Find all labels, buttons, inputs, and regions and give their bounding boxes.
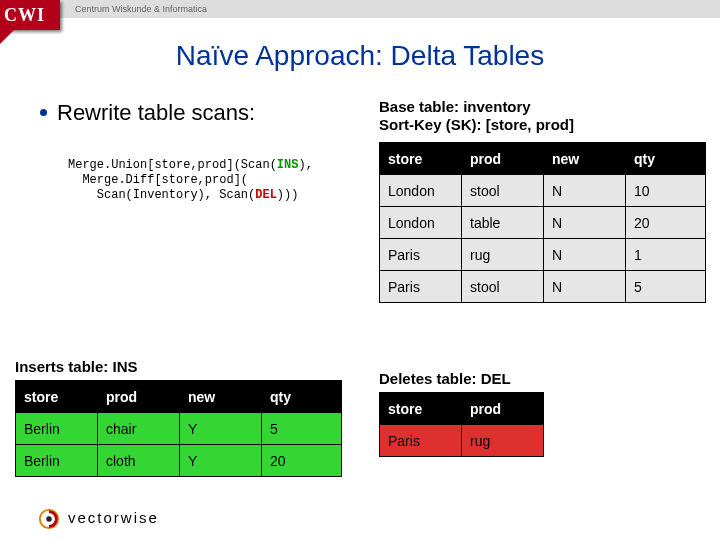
- code-l2: Merge.Diff[store,prod](: [68, 173, 248, 187]
- col-qty: qty: [626, 143, 706, 175]
- slide-title: Naïve Approach: Delta Tables: [0, 40, 720, 72]
- table-header-row: store prod new qty: [380, 143, 706, 175]
- table-row: Berlin cloth Y 20: [16, 445, 342, 477]
- footer-brand: vectorwise: [38, 508, 159, 530]
- inserts-table: store prod new qty Berlin chair Y 5 Berl…: [15, 380, 342, 477]
- cwi-logo: CWI: [0, 0, 60, 30]
- code-l3c: ))): [277, 188, 299, 202]
- table-row: Paris stool N 5: [380, 271, 706, 303]
- caption-base-l2: Sort-Key (SK): [store, prod]: [379, 116, 574, 133]
- col-qty: qty: [262, 381, 342, 413]
- code-block: Merge.Union[store,prod](Scan(INS), Merge…: [68, 158, 313, 203]
- table-row: Paris rug: [380, 425, 544, 457]
- bullet-text: Rewrite table scans:: [57, 100, 255, 125]
- col-prod: prod: [98, 381, 180, 413]
- base-table: store prod new qty London stool N 10 Lon…: [379, 142, 706, 303]
- svg-point-1: [46, 516, 52, 522]
- caption-base-l1: Base table: inventory: [379, 98, 531, 115]
- bullet-rewrite-scans: Rewrite table scans:: [40, 100, 255, 126]
- code-del-token: DEL: [255, 188, 277, 202]
- col-new: new: [180, 381, 262, 413]
- code-l1a: Merge.Union[store,prod](Scan(: [68, 158, 277, 172]
- org-full-name: Centrum Wiskunde & Informatica: [75, 4, 207, 14]
- cwi-logo-text: CWI: [0, 5, 45, 25]
- col-prod: prod: [462, 393, 544, 425]
- col-store: store: [16, 381, 98, 413]
- swirl-icon: [38, 508, 60, 530]
- deletes-table: store prod Paris rug: [379, 392, 544, 457]
- bullet-icon: [40, 109, 47, 116]
- code-ins-token: INS: [277, 158, 299, 172]
- table-header-row: store prod: [380, 393, 544, 425]
- col-prod: prod: [462, 143, 544, 175]
- code-l3a: Scan(Inventory), Scan(: [68, 188, 255, 202]
- col-new: new: [544, 143, 626, 175]
- col-store: store: [380, 393, 462, 425]
- col-store: store: [380, 143, 462, 175]
- table-row: Paris rug N 1: [380, 239, 706, 271]
- caption-inserts-table: Inserts table: INS: [15, 358, 138, 375]
- header-strip: Centrum Wiskunde & Informatica: [0, 0, 720, 18]
- footer-brand-text: vectorwise: [68, 509, 159, 526]
- table-header-row: store prod new qty: [16, 381, 342, 413]
- caption-deletes-table: Deletes table: DEL: [379, 370, 511, 387]
- caption-base-table: Base table: inventory Sort-Key (SK): [st…: [379, 98, 574, 134]
- code-l1c: ),: [298, 158, 312, 172]
- table-row: London table N 20: [380, 207, 706, 239]
- table-row: London stool N 10: [380, 175, 706, 207]
- table-row: Berlin chair Y 5: [16, 413, 342, 445]
